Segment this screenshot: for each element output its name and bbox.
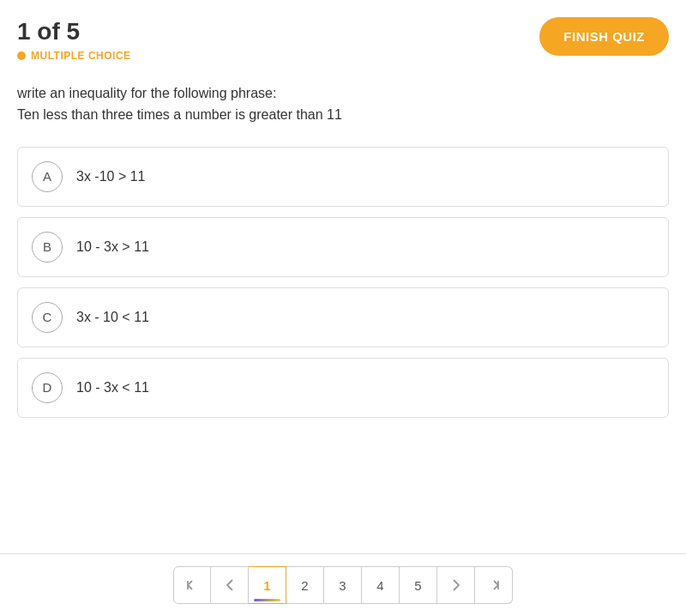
page-1-button[interactable]: 1 <box>249 566 286 604</box>
question-text: write an inequality for the following ph… <box>17 82 669 126</box>
question-type-label: MULTIPLE CHOICE <box>31 50 131 62</box>
option-c-text: 3x - 10 < 11 <box>76 310 149 325</box>
next-page-icon <box>452 578 460 592</box>
option-a[interactable]: A 3x -10 > 11 <box>17 147 669 207</box>
option-c-circle: C <box>32 302 63 333</box>
last-page-icon <box>487 578 501 592</box>
option-b-circle: B <box>32 232 63 263</box>
option-a-circle: A <box>32 161 63 192</box>
option-b[interactable]: B 10 - 3x > 11 <box>17 217 669 277</box>
question-counter-block: 1 of 5 MULTIPLE CHOICE <box>17 17 131 62</box>
page-2-button[interactable]: 2 <box>286 566 324 604</box>
option-a-text: 3x -10 > 11 <box>76 169 146 184</box>
question-prompt-line2: Ten less than three times a number is gr… <box>17 107 342 122</box>
header: 1 of 5 MULTIPLE CHOICE FINISH QUIZ <box>17 17 669 62</box>
options-list: A 3x -10 > 11 B 10 - 3x > 11 C 3x - 10 <… <box>17 147 669 418</box>
page-5-button[interactable]: 5 <box>400 566 437 604</box>
option-d-text: 10 - 3x < 11 <box>76 380 149 396</box>
page-4-button[interactable]: 4 <box>362 566 400 604</box>
page-3-button[interactable]: 3 <box>324 566 362 604</box>
first-page-icon <box>185 578 199 592</box>
first-page-button[interactable] <box>173 566 211 604</box>
prev-page-button[interactable] <box>211 566 249 604</box>
option-b-text: 10 - 3x > 11 <box>76 239 149 255</box>
option-d-circle: D <box>32 372 63 403</box>
question-prompt-line1: write an inequality for the following ph… <box>17 86 276 100</box>
main-content: 1 of 5 MULTIPLE CHOICE FINISH QUIZ write… <box>0 0 686 418</box>
next-page-button[interactable] <box>437 566 475 604</box>
question-type-block: MULTIPLE CHOICE <box>17 50 131 62</box>
option-d[interactable]: D 10 - 3x < 11 <box>17 358 669 418</box>
prev-page-icon <box>226 578 234 592</box>
bottom-nav: 1 2 3 4 5 <box>0 553 686 616</box>
question-counter: 1 of 5 <box>17 17 131 46</box>
option-c[interactable]: C 3x - 10 < 11 <box>17 287 669 347</box>
dot-icon <box>17 51 26 60</box>
finish-quiz-button[interactable]: FINISH QUIZ <box>539 17 669 56</box>
last-page-button[interactable] <box>475 566 513 604</box>
